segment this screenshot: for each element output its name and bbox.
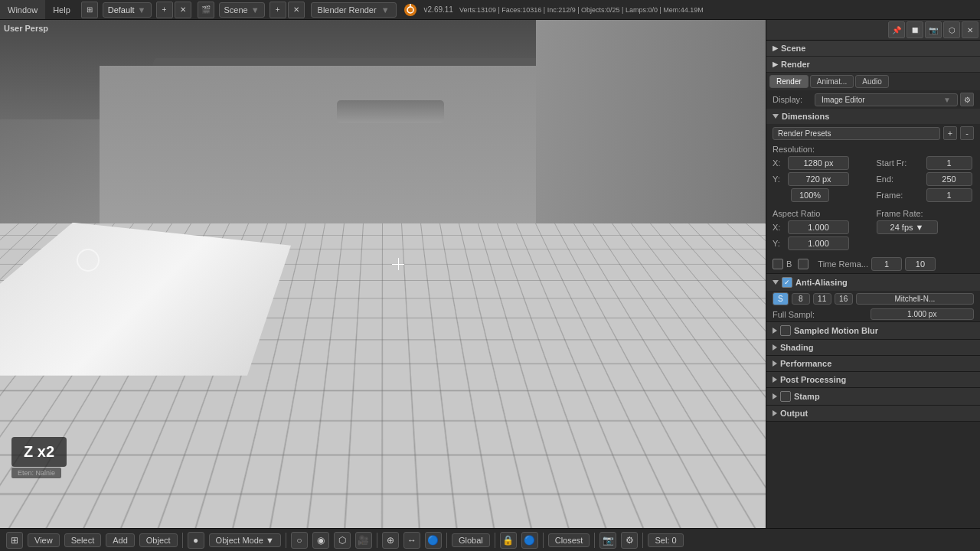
border-checkbox2[interactable] (798, 259, 808, 269)
aspect-x-input[interactable]: 1.000 (788, 220, 849, 234)
snap-btn[interactable]: 🔵 (425, 532, 442, 549)
frame-start-row: Start Fr: 1 (877, 156, 975, 170)
motion-blur-checkbox[interactable] (780, 325, 791, 336)
help-menu[interactable]: Help (45, 0, 78, 19)
magnet-btn[interactable]: 🔵 (521, 532, 538, 549)
sub-tab-animat[interactable]: Animat... (810, 75, 854, 88)
pin-icon[interactable]: 📌 (888, 21, 905, 38)
border-checkbox[interactable] (773, 259, 783, 269)
display-value-dropdown[interactable]: Image Editor ▼ (815, 93, 958, 106)
render-btn[interactable]: 🎥 (355, 532, 372, 549)
separator7 (594, 533, 595, 548)
anti-aliasing-section: ✓ Anti-Aliasing S 8 11 16 Mitchell-N... … (766, 274, 980, 322)
aa-val-8[interactable]: 8 (792, 293, 810, 305)
res-x-input[interactable]: 1280 px (788, 156, 849, 170)
aa-val-16[interactable]: 16 (835, 293, 853, 305)
sphere-view-btn[interactable]: ● (188, 532, 204, 549)
aspect-y-label: Y: (773, 239, 788, 248)
border-check-row: B (773, 259, 812, 269)
res-x-label: X: (773, 158, 788, 168)
output-header[interactable]: Output (766, 406, 980, 421)
res-y-input[interactable]: 720 px (788, 172, 849, 186)
top-bar: Window Help ⊞ Default ▼ + ✕ 🎬 Scene ▼ + … (0, 0, 980, 20)
res-percent-input[interactable]: 100% (791, 188, 829, 202)
aspect-y-input[interactable]: 1.000 (788, 236, 849, 250)
display-row: Display: Image Editor ▼ ⚙ (766, 90, 980, 109)
scene-add-btn[interactable]: + (270, 2, 286, 18)
scene-section-header[interactable]: ▶ Scene (766, 41, 980, 57)
lock-btn[interactable]: 🔒 (500, 532, 517, 549)
scene-close-btn[interactable]: ✕ (288, 2, 305, 18)
sub-tab-audio[interactable]: Audio (855, 75, 889, 88)
display-extra-btn[interactable]: ⚙ (960, 93, 974, 106)
render-engine-selector[interactable]: Blender Render ▼ (311, 2, 397, 18)
closest-btn[interactable]: Closest (548, 533, 590, 547)
render-icon-bottom[interactable]: 📷 (599, 532, 616, 549)
global-btn[interactable]: Global (452, 533, 490, 547)
workspace-close-btn[interactable]: ✕ (175, 2, 191, 18)
stamp-section: Stamp (766, 388, 980, 406)
frame-rate-col: Frame Rate: 24 fps ▼ (877, 209, 975, 253)
solid-btn[interactable]: ◉ (312, 532, 329, 549)
workspace-selector[interactable]: Default ▼ (103, 2, 152, 18)
panel-icon-row: 📌 🔲 📷 ⬡ ✕ (766, 20, 980, 41)
render-icon-btn[interactable]: 📷 (925, 21, 942, 38)
pivot-btn[interactable]: ⊕ (382, 532, 399, 549)
aa-val-11[interactable]: 11 (813, 293, 831, 305)
add-menu-btn[interactable]: Add (106, 533, 135, 547)
object-menu-btn[interactable]: Object (139, 533, 178, 547)
frame-end-row: End: 250 (877, 172, 975, 186)
workspace-add-btn[interactable]: + (156, 2, 173, 18)
render-presets-dropdown[interactable]: Render Presets (773, 127, 940, 140)
select-menu-btn[interactable]: Select (64, 533, 102, 547)
sub-tab-render[interactable]: Render (769, 75, 808, 88)
wireframe-btn[interactable]: ○ (291, 532, 308, 549)
separator8 (642, 533, 643, 548)
scene-selector[interactable]: Scene ▼ (219, 2, 265, 18)
mode-selector[interactable]: Object Mode ▼ (209, 533, 281, 547)
close-panel-btn[interactable]: ✕ (962, 21, 978, 38)
frame-current-input[interactable]: 1 (926, 188, 972, 202)
res-percent-row: 100% (773, 188, 871, 202)
extra-icon-bottom[interactable]: ⚙ (621, 532, 638, 549)
output-section: Output (766, 406, 980, 422)
view-type-btn[interactable]: ⊞ (6, 532, 23, 549)
material-icon-btn[interactable]: ⬡ (943, 21, 960, 38)
stamp-checkbox[interactable] (780, 391, 791, 402)
aa-enabled-checkbox[interactable]: ✓ (782, 277, 792, 288)
bottom-bar: ⊞ View Select Add Object ● Object Mode ▼… (0, 528, 980, 551)
aa-s-btn[interactable]: S (773, 292, 789, 305)
render-section-header[interactable]: ▶ Render (766, 57, 980, 73)
app-stats: Verts:13109 | Faces:10316 | Inc:212/9 | … (459, 6, 704, 14)
post-processing-header[interactable]: Post Processing (766, 372, 980, 387)
frame-end-label: End: (877, 174, 926, 184)
full-samples-label: Full Sampl: (773, 310, 867, 319)
shading-header[interactable]: Shading (766, 340, 980, 355)
motion-blur-header[interactable]: Sampled Motion Blur (766, 322, 980, 339)
window-menu[interactable]: Window (0, 0, 45, 19)
blender-logo (403, 2, 418, 18)
resolution-section: Resolution: X: 1280 px Y: 720 px 100% (766, 142, 980, 207)
manip-btn[interactable]: ↔ (403, 532, 420, 549)
dimensions-header[interactable]: Dimensions (766, 109, 980, 124)
orbit-indicator (77, 249, 100, 272)
time-remap-val1[interactable]: 1 (871, 257, 902, 271)
performance-header[interactable]: Performance (766, 356, 980, 371)
scene-icon-btn[interactable]: 🔲 (906, 21, 923, 38)
aa-header[interactable]: ✓ Anti-Aliasing (766, 274, 980, 291)
workspace-icon: ⊞ (81, 2, 98, 18)
res-x-row: X: 1280 px (773, 156, 871, 170)
stamp-header[interactable]: Stamp (766, 388, 980, 405)
view-menu-btn[interactable]: View (28, 533, 60, 547)
full-samples-value[interactable]: 1.000 px (871, 308, 975, 320)
render-presets-remove[interactable]: - (960, 126, 974, 140)
aa-filter-dropdown[interactable]: Mitchell-N... (856, 293, 974, 305)
time-remap-val2[interactable]: 10 (905, 257, 936, 271)
render-presets-add[interactable]: + (943, 126, 957, 140)
fps-dropdown[interactable]: 24 fps ▼ (877, 220, 938, 234)
viewport-cursor (392, 258, 404, 270)
motion-blur-section: Sampled Motion Blur (766, 322, 980, 340)
frame-end-input[interactable]: 250 (926, 172, 972, 186)
material-btn[interactable]: ⬡ (334, 532, 351, 549)
frame-start-input[interactable]: 1 (926, 156, 972, 170)
